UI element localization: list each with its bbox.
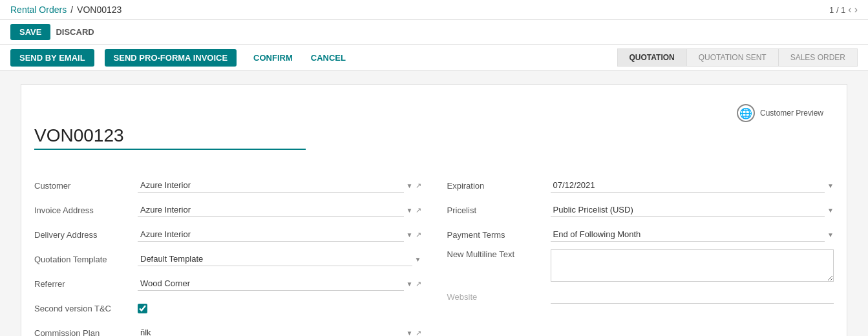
- field-website: Website: [447, 287, 834, 306]
- form-container: 🌐 Customer Preview Customer ▼ ↗: [21, 84, 847, 336]
- value-payment-terms: ▼: [551, 227, 834, 242]
- cancel-button[interactable]: CANCEL: [304, 49, 352, 67]
- dropdown-payment-terms[interactable]: ▼: [827, 231, 834, 238]
- input-website[interactable]: [551, 289, 834, 304]
- dropdown-referrer[interactable]: ▼: [407, 280, 413, 288]
- input-quotation-template[interactable]: [138, 252, 412, 266]
- dropdown-pricelist[interactable]: ▼: [827, 207, 834, 214]
- value-commission-plan: ▼ ↗: [138, 326, 421, 336]
- value-referrer: ▼ ↗: [138, 277, 421, 291]
- save-button[interactable]: SAVE: [10, 24, 50, 40]
- pagination-display: 1 / 1: [829, 5, 845, 15]
- field-referrer: Referrer ▼ ↗: [34, 274, 421, 293]
- input-expiration[interactable]: [551, 178, 825, 193]
- value-customer: ▼ ↗: [138, 178, 421, 193]
- discard-button[interactable]: DISCARD: [56, 27, 94, 37]
- value-invoice-address: ▼ ↗: [138, 203, 421, 217]
- label-payment-terms: Payment Terms: [447, 230, 551, 240]
- input-pricelist[interactable]: [551, 203, 825, 217]
- field-pricelist: Pricelist ▼: [447, 200, 834, 220]
- field-payment-terms: Payment Terms ▼: [447, 225, 834, 244]
- label-invoice-address: Invoice Address: [34, 205, 138, 215]
- link-delivery-address[interactable]: ↗: [416, 231, 421, 239]
- value-new-multiline-text: [551, 249, 834, 282]
- checkbox-second-version-tc[interactable]: [138, 304, 147, 313]
- label-pricelist: Pricelist: [447, 205, 551, 215]
- value-second-version-tc: [138, 304, 421, 313]
- order-title-container: [34, 125, 834, 163]
- dropdown-expiration[interactable]: ▼: [827, 182, 834, 189]
- dropdown-commission-plan[interactable]: ▼: [407, 330, 413, 337]
- input-referrer[interactable]: [138, 277, 404, 291]
- dropdown-customer[interactable]: ▼: [407, 182, 413, 189]
- input-customer[interactable]: [138, 178, 404, 193]
- input-delivery-address[interactable]: [138, 227, 404, 242]
- field-expiration: Expiration ▼: [447, 176, 834, 195]
- textarea-new-multiline-text[interactable]: [551, 249, 834, 282]
- label-website: Website: [447, 292, 551, 302]
- value-expiration: ▼: [551, 178, 834, 193]
- breadcrumb-separator: /: [70, 5, 73, 15]
- pagination: 1 / 1 ‹ ›: [829, 4, 858, 16]
- save-bar: SAVE DISCARD: [0, 20, 868, 45]
- prev-button[interactable]: ‹: [848, 4, 851, 16]
- status-quotation-sent[interactable]: QUOTATION SENT: [686, 48, 779, 67]
- label-customer: Customer: [34, 181, 138, 191]
- value-website: [551, 289, 834, 304]
- left-column: Customer ▼ ↗ Invoice Address ▼ ↗: [34, 176, 421, 336]
- input-invoice-address[interactable]: [138, 203, 404, 217]
- label-second-version-tc: Second version T&C: [34, 304, 138, 313]
- dropdown-invoice-address[interactable]: ▼: [407, 207, 413, 214]
- dropdown-delivery-address[interactable]: ▼: [407, 231, 413, 238]
- dropdown-quotation-template[interactable]: ▼: [415, 256, 421, 263]
- customer-preview[interactable]: 🌐 Customer Preview: [34, 98, 834, 125]
- confirm-button[interactable]: CONFIRM: [247, 49, 299, 67]
- label-commission-plan: Commission Plan: [34, 328, 138, 337]
- customer-preview-text: Customer Preview: [760, 109, 823, 118]
- status-sales-order[interactable]: SALES ORDER: [778, 48, 858, 67]
- link-referrer[interactable]: ↗: [416, 280, 421, 288]
- field-new-multiline-text: New Multiline Text: [447, 249, 834, 282]
- main-area: 🌐 Customer Preview Customer ▼ ↗: [0, 71, 868, 336]
- field-delivery-address: Delivery Address ▼ ↗: [34, 225, 421, 244]
- workflow-bar: SEND BY EMAIL SEND PRO-FORMA INVOICE CON…: [0, 45, 868, 71]
- next-button[interactable]: ›: [854, 4, 858, 16]
- status-steps: QUOTATION QUOTATION SENT SALES ORDER: [618, 48, 858, 67]
- input-payment-terms[interactable]: [551, 227, 825, 242]
- link-invoice-address[interactable]: ↗: [416, 206, 421, 215]
- send-proforma-button[interactable]: SEND PRO-FORMA INVOICE: [105, 49, 237, 67]
- workflow-actions: SEND BY EMAIL SEND PRO-FORMA INVOICE CON…: [10, 49, 352, 67]
- order-title-input[interactable]: [34, 125, 306, 150]
- field-second-version-tc: Second version T&C: [34, 299, 421, 318]
- status-quotation[interactable]: QUOTATION: [617, 48, 687, 67]
- label-referrer: Referrer: [34, 279, 138, 289]
- breadcrumb: Rental Orders / VON00123: [10, 5, 122, 15]
- form-grid: Customer ▼ ↗ Invoice Address ▼ ↗: [34, 176, 834, 336]
- field-customer: Customer ▼ ↗: [34, 176, 421, 195]
- breadcrumb-current: VON00123: [77, 5, 122, 15]
- breadcrumb-bar: Rental Orders / VON00123 1 / 1 ‹ ›: [0, 0, 868, 20]
- customer-preview-label: Customer Preview: [760, 109, 823, 118]
- link-customer[interactable]: ↗: [416, 182, 421, 190]
- label-delivery-address: Delivery Address: [34, 230, 138, 240]
- value-pricelist: ▼: [551, 203, 834, 217]
- right-column: Expiration ▼ Pricelist ▼ Payme: [447, 176, 834, 336]
- label-expiration: Expiration: [447, 181, 551, 191]
- field-commission-plan: Commission Plan ▼ ↗: [34, 323, 421, 336]
- value-quotation-template: ▼: [138, 252, 421, 266]
- globe-icon: 🌐: [737, 104, 755, 122]
- value-delivery-address: ▼ ↗: [138, 227, 421, 242]
- label-new-multiline-text: New Multiline Text: [447, 249, 551, 259]
- field-invoice-address: Invoice Address ▼ ↗: [34, 200, 421, 220]
- link-commission-plan[interactable]: ↗: [416, 329, 421, 337]
- field-quotation-template: Quotation Template ▼: [34, 249, 421, 269]
- input-commission-plan[interactable]: [138, 326, 404, 336]
- send-email-button[interactable]: SEND BY EMAIL: [10, 49, 94, 67]
- breadcrumb-parent[interactable]: Rental Orders: [10, 5, 67, 15]
- label-quotation-template: Quotation Template: [34, 255, 138, 264]
